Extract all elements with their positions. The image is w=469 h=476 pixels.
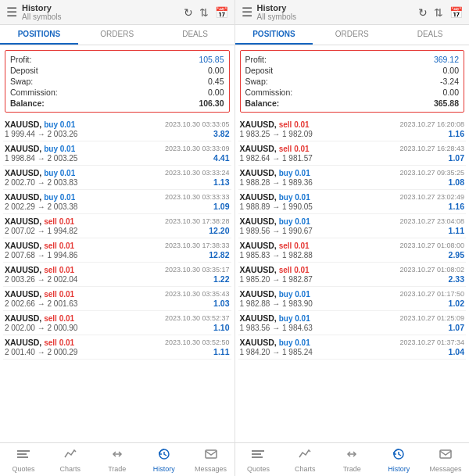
trade-item[interactable]: XAUUSD, buy 0.01 2023.10.27 09:35:25 1 9… — [238, 166, 467, 190]
trade-row2: 2 002.70 → 2 003.83 1.13 — [5, 177, 230, 187]
nav-item-charts-1[interactable]: Charts — [281, 443, 328, 476]
swap-value: 0.45 — [208, 77, 224, 86]
summary-box: Profit: 369.12 Deposit 0.00 Swap: -3.24 … — [240, 50, 465, 113]
nav-item-trade-1[interactable]: Trade — [328, 443, 375, 476]
messages-label: Messages — [430, 465, 462, 473]
trade-item[interactable]: XAUUSD, sell 0.01 2023.10.27 16:28:43 1 … — [238, 141, 467, 166]
trade-item[interactable]: XAUUSD, buy 0.01 2023.10.27 01:17:50 1 9… — [238, 287, 467, 311]
sort-icon[interactable]: ⇅ — [199, 6, 209, 19]
trade-item[interactable]: XAUUSD, buy 0.01 2023.10.30 03:33:05 1 9… — [3, 117, 231, 141]
trade-row1: XAUUSD, sell 0.01 2023.10.30 03:52:37 — [5, 313, 230, 323]
trade-item[interactable]: XAUUSD, buy 0.01 2023.10.30 03:33:09 1 9… — [3, 141, 231, 166]
trade-row1: XAUUSD, sell 0.01 2023.10.27 16:20:08 — [240, 120, 465, 129]
tab-orders[interactable]: ORDERS — [313, 25, 391, 45]
trade-row2: 1 984.20 → 1 985.24 1.04 — [240, 347, 465, 356]
trade-date: 2023.10.30 03:35:17 — [165, 266, 230, 274]
charts-label: Charts — [295, 465, 316, 473]
trade-row1: XAUUSD, buy 0.01 2023.10.27 09:35:25 — [240, 168, 465, 177]
trade-symbol: XAUUSD, buy 0.01 — [240, 289, 310, 299]
trade-item[interactable]: XAUUSD, sell 0.01 2023.10.30 03:35:17 2 … — [3, 263, 231, 287]
refresh-icon[interactable]: ↻ — [184, 6, 193, 19]
tab-positions[interactable]: POSITIONS — [235, 25, 313, 45]
trade-item[interactable]: XAUUSD, sell 0.01 2023.10.30 03:52:50 2 … — [3, 335, 231, 360]
calendar-icon[interactable]: 📅 — [449, 6, 463, 19]
tab-deals[interactable]: DEALS — [391, 25, 469, 45]
swap-label: Swap: — [245, 77, 268, 86]
trade-item[interactable]: XAUUSD, sell 0.01 2023.10.30 17:38:33 2 … — [3, 238, 231, 263]
trade-item[interactable]: XAUUSD, buy 0.01 2023.10.27 23:04:08 1 9… — [238, 214, 467, 238]
trade-row2: 1 988.89 → 1 990.05 1.16 — [240, 202, 465, 211]
sort-icon[interactable]: ⇅ — [434, 6, 443, 19]
trade-icon — [345, 448, 359, 463]
trade-date: 2023.10.27 16:28:43 — [399, 145, 464, 152]
nav-item-trade-0[interactable]: Trade — [94, 443, 141, 476]
trade-row1: XAUUSD, buy 0.01 2023.10.27 23:04:08 — [240, 217, 465, 226]
trade-row2: 2 002.66 → 2 001.63 1.03 — [5, 299, 230, 308]
trade-profit: 1.02 — [449, 299, 464, 308]
svg-rect-8 — [252, 456, 263, 458]
messages-icon — [204, 448, 218, 463]
trade-prices: 2 003.26 → 2 002.04 — [5, 275, 77, 284]
trade-date: 2023.10.30 03:52:37 — [165, 314, 230, 322]
trade-symbol: XAUUSD, sell 0.01 — [240, 120, 310, 129]
deposit-label: Deposit — [10, 66, 38, 75]
nav-item-quotes-0[interactable]: Quotes — [0, 443, 47, 476]
trade-symbol: XAUUSD, buy 0.01 — [240, 338, 310, 347]
trade-date: 2023.10.27 16:20:08 — [399, 120, 464, 128]
trade-item[interactable]: XAUUSD, sell 0.01 2023.10.30 17:38:28 2 … — [3, 214, 231, 238]
summary-balance-row: Balance: 365.88 — [245, 98, 460, 109]
trade-item[interactable]: XAUUSD, buy 0.01 2023.10.27 01:37:34 1 9… — [238, 335, 467, 360]
trade-item[interactable]: XAUUSD, sell 0.01 2023.10.30 03:35:43 2 … — [3, 287, 231, 311]
trade-item[interactable]: XAUUSD, sell 0.01 2023.10.27 16:20:08 1 … — [238, 117, 467, 141]
trade-prices: 2 002.70 → 2 003.83 — [5, 178, 77, 187]
nav-item-charts-0[interactable]: Charts — [47, 443, 94, 476]
trade-profit: 3.82 — [213, 129, 229, 138]
trade-prices: 2 002.66 → 2 001.63 — [5, 299, 77, 308]
refresh-icon[interactable]: ↻ — [418, 6, 428, 19]
tab-positions[interactable]: POSITIONS — [0, 25, 78, 45]
svg-rect-0 — [17, 450, 30, 452]
trade-date: 2023.10.30 03:33:05 — [165, 120, 230, 128]
trade-profit: 1.16 — [449, 202, 464, 211]
trade-symbol: XAUUSD, buy 0.01 — [5, 168, 75, 177]
nav-item-messages-0[interactable]: Messages — [188, 443, 234, 476]
trade-item[interactable]: XAUUSD, buy 0.01 2023.10.27 23:02:49 1 9… — [238, 190, 467, 214]
trade-icon — [110, 448, 124, 463]
summary-commission-row: Commission: 0.00 — [10, 87, 224, 98]
calendar-icon[interactable]: 📅 — [215, 6, 228, 19]
trade-row2: 2 007.68 → 1 994.86 12.82 — [5, 250, 230, 259]
panels-container: ☰ History All symbols ↻ ⇅ 📅 POSITIONSORD… — [0, 0, 469, 442]
trade-item[interactable]: XAUUSD, buy 0.01 2023.10.30 03:33:24 2 0… — [3, 166, 231, 190]
trade-row1: XAUUSD, sell 0.01 2023.10.27 16:28:43 — [240, 144, 465, 153]
trade-profit: 1.10 — [213, 323, 229, 332]
quotes-label: Quotes — [12, 465, 34, 473]
nav-item-quotes-1[interactable]: Quotes — [235, 443, 282, 476]
trade-row1: XAUUSD, sell 0.01 2023.10.27 01:08:02 — [240, 265, 465, 274]
tab-orders[interactable]: ORDERS — [78, 25, 156, 45]
trade-symbol: XAUUSD, buy 0.01 — [5, 192, 75, 202]
trade-row1: XAUUSD, sell 0.01 2023.10.30 03:35:17 — [5, 265, 230, 274]
menu-icon[interactable]: ☰ — [242, 5, 252, 20]
header-icons: ↻ ⇅ 📅 — [418, 6, 463, 19]
nav-half-1: Quotes Charts Trade History Messages — [235, 443, 470, 476]
nav-item-messages-1[interactable]: Messages — [422, 443, 469, 476]
trade-item[interactable]: XAUUSD, buy 0.01 2023.10.30 03:33:33 2 0… — [3, 190, 231, 214]
trade-date: 2023.10.30 17:38:28 — [165, 217, 230, 225]
trade-label: Trade — [108, 465, 126, 473]
charts-icon — [63, 448, 77, 463]
nav-item-history-1[interactable]: History — [375, 443, 422, 476]
messages-icon — [439, 448, 453, 463]
menu-icon[interactable]: ☰ — [6, 5, 17, 20]
tab-deals[interactable]: DEALS — [156, 25, 234, 45]
nav-item-history-0[interactable]: History — [141, 443, 188, 476]
balance-label: Balance: — [245, 98, 280, 108]
tabs: POSITIONSORDERSDEALS — [0, 25, 234, 45]
trade-symbol: XAUUSD, buy 0.01 — [240, 217, 310, 226]
trade-symbol: XAUUSD, sell 0.01 — [5, 241, 74, 250]
trade-item[interactable]: XAUUSD, sell 0.01 2023.10.27 01:08:02 1 … — [238, 263, 467, 287]
trade-item[interactable]: XAUUSD, sell 0.01 2023.10.30 03:52:37 2 … — [3, 311, 231, 335]
trade-item[interactable]: XAUUSD, buy 0.01 2023.10.27 01:25:09 1 9… — [238, 311, 467, 335]
svg-rect-6 — [252, 450, 264, 452]
summary-profit-row: Profit: 105.85 — [10, 54, 224, 65]
trade-item[interactable]: XAUUSD, sell 0.01 2023.10.27 01:08:00 1 … — [238, 238, 467, 263]
